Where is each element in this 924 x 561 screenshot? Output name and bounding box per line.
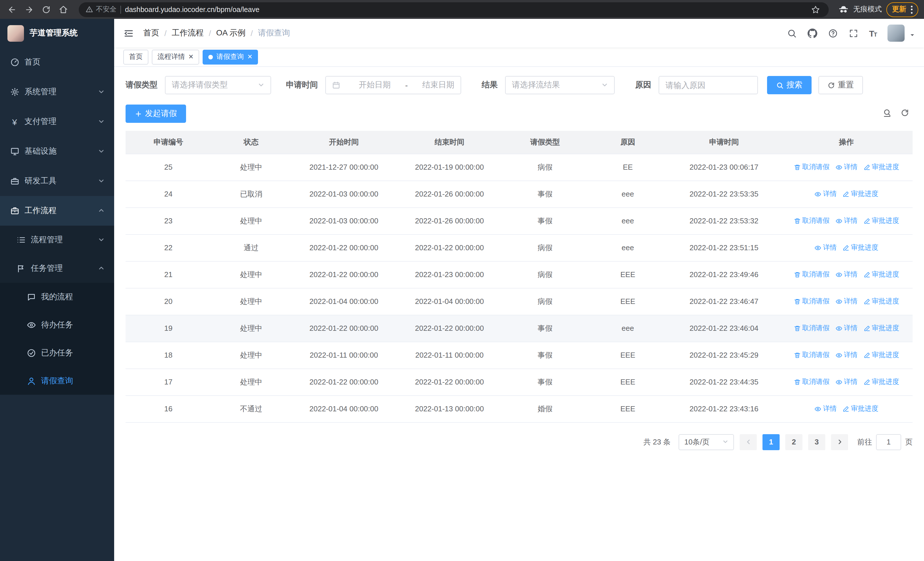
cancel-leave-link[interactable]: 取消请假 bbox=[794, 377, 830, 387]
operations-cell: 详情审批进度 bbox=[780, 180, 913, 208]
apply-time-range-picker[interactable]: 开始日期 - 结束日期 bbox=[325, 76, 461, 94]
sidebar-item-home[interactable]: 首页 bbox=[0, 47, 114, 77]
breadcrumb-home[interactable]: 首页 bbox=[143, 28, 159, 38]
detail-link[interactable]: 详情 bbox=[835, 296, 858, 306]
help-icon[interactable] bbox=[828, 28, 837, 38]
create-leave-button[interactable]: 发起请假 bbox=[126, 105, 186, 123]
cancel-leave-link[interactable]: 取消请假 bbox=[794, 270, 830, 279]
operations-cell: 详情审批进度 bbox=[780, 234, 913, 261]
approval-progress-link[interactable]: 审批进度 bbox=[863, 377, 899, 387]
page-3-button[interactable]: 3 bbox=[808, 434, 825, 450]
sidebar-item-my-process[interactable]: 我的流程 bbox=[0, 283, 114, 311]
sidebar-item-process-mgmt[interactable]: 流程管理 bbox=[0, 226, 114, 254]
sidebar-collapse-icon[interactable] bbox=[123, 28, 134, 39]
breadcrumb-workflow[interactable]: 工作流程 bbox=[172, 28, 204, 38]
security-label: 不安全 bbox=[96, 5, 116, 14]
detail-link[interactable]: 详情 bbox=[835, 323, 858, 333]
sidebar-item-infra[interactable]: 基础设施 bbox=[0, 137, 114, 166]
detail-link[interactable]: 详情 bbox=[835, 377, 858, 387]
refresh-table-icon[interactable] bbox=[901, 108, 909, 119]
close-icon[interactable]: ✕ bbox=[247, 53, 252, 60]
github-icon[interactable] bbox=[807, 28, 817, 38]
detail-link[interactable]: 详情 bbox=[814, 189, 837, 199]
update-label[interactable]: 更新 bbox=[892, 5, 906, 14]
page-1-button[interactable]: 1 bbox=[762, 434, 780, 450]
sidebar-item-payment[interactable]: ¥ 支付管理 bbox=[0, 107, 114, 137]
approval-progress-link[interactable]: 审批进度 bbox=[842, 243, 878, 253]
list-icon bbox=[16, 235, 26, 245]
close-icon[interactable]: ✕ bbox=[188, 53, 194, 60]
user-avatar[interactable] bbox=[888, 24, 904, 42]
table-row: 21处理中2022-01-22 00:00:002022-01-23 00:00… bbox=[126, 261, 913, 288]
table-cell: 2022-01-04 00:00:00 bbox=[291, 396, 397, 422]
main-area: 首页 / 工作流程 / OA 示例 / 请假查询 TT bbox=[114, 19, 924, 561]
approval-progress-link[interactable]: 审批进度 bbox=[863, 162, 899, 172]
sidebar-item-devtools[interactable]: 研发工具 bbox=[0, 166, 114, 196]
prev-page-button[interactable] bbox=[740, 434, 757, 450]
operations-cell: 取消请假详情审批进度 bbox=[780, 288, 913, 315]
leave-type-select[interactable]: 请选择请假类型 bbox=[165, 76, 271, 94]
goto-page-input[interactable] bbox=[876, 434, 901, 450]
next-page-button[interactable] bbox=[831, 434, 848, 450]
sidebar-item-done-tasks[interactable]: 已办任务 bbox=[0, 339, 114, 367]
eye-icon bbox=[835, 271, 842, 278]
tab-leave-query[interactable]: 请假查询 ✕ bbox=[202, 50, 258, 64]
table-row: 17处理中2022-01-22 00:00:002022-01-22 00:00… bbox=[126, 368, 913, 396]
security-warning[interactable]: 不安全 bbox=[86, 5, 116, 14]
detail-link[interactable]: 详情 bbox=[835, 270, 858, 279]
update-chip[interactable]: 更新 bbox=[886, 2, 918, 17]
sidebar-item-system[interactable]: 系统管理 bbox=[0, 77, 114, 107]
app-logo[interactable]: 芋道管理系统 bbox=[0, 19, 114, 47]
detail-link[interactable]: 详情 bbox=[835, 350, 858, 360]
cancel-leave-link[interactable]: 取消请假 bbox=[794, 296, 830, 306]
user-icon bbox=[26, 376, 36, 386]
cancel-leave-link[interactable]: 取消请假 bbox=[794, 216, 830, 226]
leave-type-label: 请假类型 bbox=[126, 80, 158, 90]
bookmark-star-icon[interactable] bbox=[809, 3, 822, 16]
result-select[interactable]: 请选择流结果 bbox=[505, 76, 615, 94]
approval-progress-link[interactable]: 审批进度 bbox=[842, 189, 878, 199]
page-2-button[interactable]: 2 bbox=[785, 434, 802, 450]
operations-cell: 取消请假详情审批进度 bbox=[780, 368, 913, 396]
cancel-leave-link[interactable]: 取消请假 bbox=[794, 350, 830, 360]
sidebar-item-workflow[interactable]: 工作流程 bbox=[0, 196, 114, 226]
edit-icon bbox=[863, 325, 870, 332]
reason-input[interactable] bbox=[658, 76, 758, 94]
approval-progress-link[interactable]: 审批进度 bbox=[863, 270, 899, 279]
home-icon[interactable] bbox=[57, 3, 70, 16]
sidebar-item-task-mgmt[interactable]: 任务管理 bbox=[0, 254, 114, 283]
approval-progress-link[interactable]: 审批进度 bbox=[863, 350, 899, 360]
font-size-icon[interactable]: TT bbox=[869, 28, 877, 38]
breadcrumb-current: 请假查询 bbox=[258, 28, 290, 38]
approval-progress-link[interactable]: 审批进度 bbox=[863, 216, 899, 226]
tab-home[interactable]: 首页 bbox=[123, 50, 148, 64]
url-text[interactable]: dashboard.yudao.iocoder.cn/bpm/oa/leave bbox=[125, 5, 260, 14]
cancel-leave-link[interactable]: 取消请假 bbox=[794, 323, 830, 333]
search-icon[interactable] bbox=[787, 28, 796, 38]
page-size-select[interactable]: 10条/页 bbox=[679, 434, 734, 450]
fullscreen-icon[interactable] bbox=[848, 28, 858, 38]
detail-link[interactable]: 详情 bbox=[835, 216, 858, 226]
approval-progress-link[interactable]: 审批进度 bbox=[842, 404, 878, 414]
avatar-caret-icon[interactable] bbox=[910, 30, 915, 42]
detail-link[interactable]: 详情 bbox=[814, 243, 837, 253]
approval-progress-link[interactable]: 审批进度 bbox=[863, 296, 899, 306]
reload-icon[interactable] bbox=[40, 3, 52, 16]
approval-progress-link[interactable]: 审批进度 bbox=[863, 323, 899, 333]
sidebar-item-leave-query[interactable]: 请假查询 bbox=[0, 367, 114, 395]
reset-button[interactable]: 重置 bbox=[818, 76, 863, 94]
toggle-search-icon[interactable] bbox=[883, 108, 891, 119]
forward-icon[interactable] bbox=[23, 3, 35, 16]
col-reason: 原因 bbox=[588, 131, 668, 154]
sidebar-item-todo-tasks[interactable]: 待办任务 bbox=[0, 311, 114, 339]
search-button[interactable]: 搜索 bbox=[767, 76, 812, 94]
eye-icon bbox=[814, 191, 821, 197]
back-icon[interactable] bbox=[6, 3, 18, 16]
detail-link[interactable]: 详情 bbox=[814, 404, 837, 414]
detail-link[interactable]: 详情 bbox=[835, 162, 858, 172]
browser-menu-icon[interactable] bbox=[911, 5, 913, 14]
tab-process-detail[interactable]: 流程详情 ✕ bbox=[152, 50, 199, 64]
breadcrumb-oa[interactable]: OA 示例 bbox=[216, 28, 246, 38]
address-bar[interactable]: 不安全 dashboard.yudao.iocoder.cn/bpm/oa/le… bbox=[79, 2, 829, 17]
cancel-leave-link[interactable]: 取消请假 bbox=[794, 162, 830, 172]
